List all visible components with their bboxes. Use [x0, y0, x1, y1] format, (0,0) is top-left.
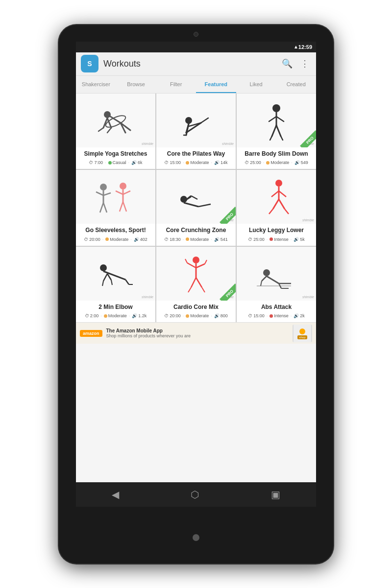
workout-meta-barre-body-slim-down: ⏱ 25:00 · Moderate · 🔊 549: [241, 160, 312, 165]
workout-image-core-pilates-way: shimble: [156, 94, 236, 147]
workout-intensity-abs-attack: Intense: [270, 313, 289, 318]
workout-card-core-crunching-zone[interactable]: shimble PRO Core Crunching Zone ⏱ 18:30 …: [156, 170, 236, 246]
svg-line-43: [191, 196, 197, 199]
svg-line-57: [111, 280, 112, 285]
workout-plays-abs-attack: 🔊 2k: [294, 313, 305, 318]
workout-image-go-sleeveless-sport: [76, 170, 155, 224]
workout-meta-2-min-elbow: ⏱ 2:00 · Moderate · 🔊 1.2k: [80, 313, 151, 318]
workout-meta-abs-attack: ⏱ 15:00 · Intense · 🔊 2k: [241, 313, 312, 318]
workout-duration-cardio-core-mix: ⏱ 20:00: [164, 313, 181, 318]
svg-line-25: [281, 136, 283, 140]
workout-meta-simple-yoga-stretches: ⏱ 7:00 · Casual · 🔊 6k: [80, 160, 151, 165]
amazon-logo: amazon: [80, 330, 102, 337]
svg-text:S: S: [87, 60, 92, 68]
workout-name-cardio-core-mix: Cardio Core Mix: [160, 304, 232, 311]
workout-intensity-lucky-leggy-lower: Intense: [270, 237, 289, 242]
tab-featured[interactable]: Featured: [196, 76, 236, 93]
workout-duration-go-sleeveless-sport: ⏱ 20:00: [84, 237, 100, 242]
home-button[interactable]: ⬡: [181, 485, 209, 504]
workout-intensity-go-sleeveless-sport: Moderate: [105, 237, 128, 242]
workout-image-barre-body-slim-down: shimble PRO: [237, 94, 316, 147]
svg-line-55: [102, 281, 103, 286]
svg-line-28: [96, 192, 103, 195]
workout-card-lucky-leggy-lower[interactable]: shimble Lucky Leggy Lower ⏱ 25:00 · Inte…: [237, 170, 316, 246]
workout-duration-2-min-elbow: ⏱ 2:00: [85, 313, 99, 318]
tablet-screen: ▲ 12:59 S Workouts 🔍 ⋮ Shakerciser: [76, 42, 316, 482]
workout-name-core-pilates-way: Core the Pilates Way: [160, 150, 232, 158]
svg-line-36: [120, 202, 123, 212]
workout-card-simple-yoga-stretches[interactable]: shimble Simple Yoga Stretches ⏱ 7:00 · C…: [76, 94, 155, 169]
workout-card-core-pilates-way[interactable]: shimble Core the Pilates Way ⏱ 15:00 · M…: [156, 94, 236, 169]
workout-image-core-crunching-zone: shimble PRO: [156, 170, 236, 224]
ad-image: shop: [293, 325, 312, 342]
workout-card-cardio-core-mix[interactable]: shimble PRO Cardio Core Mix ⏱ 20:00 · Mo…: [156, 247, 236, 323]
workout-duration-simple-yoga-stretches: ⏱ 7:00: [89, 160, 103, 165]
workout-intensity-cardio-core-mix: Moderate: [186, 313, 209, 318]
workout-meta-lucky-leggy-lower: ⏱ 25:00 · Intense · 🔊 5k: [241, 237, 312, 242]
workout-card-go-sleeveless-sport[interactable]: Go Sleeveless, Sport! ⏱ 20:00 · Moderate…: [76, 170, 155, 246]
svg-line-31: [103, 203, 107, 212]
workout-info-core-crunching-zone: Core Crunching Zone ⏱ 18:30 · Moderate ·…: [156, 224, 236, 246]
svg-line-34: [116, 191, 123, 194]
tab-browse[interactable]: Browse: [116, 76, 156, 93]
svg-point-44: [275, 180, 282, 187]
workout-image-cardio-core-mix: shimble PRO: [156, 247, 236, 301]
workout-plays-core-pilates-way: 🔊 14k: [214, 160, 228, 165]
workout-image-simple-yoga-stretches: shimble: [76, 94, 155, 147]
svg-line-20: [269, 117, 276, 121]
workout-info-abs-attack: Abs Attack ⏱ 15:00 · Intense · 🔊 2k: [237, 301, 316, 323]
workout-image-2-min-elbow: shimble: [76, 247, 155, 301]
tablet-bottom: [193, 507, 199, 564]
workout-plays-cardio-core-mix: 🔊 800: [214, 313, 228, 318]
recents-button[interactable]: ▣: [261, 485, 290, 504]
tab-shakerciser[interactable]: Shakerciser: [76, 76, 116, 93]
tablet-camera: [194, 32, 198, 37]
search-icon[interactable]: 🔍: [280, 56, 294, 71]
more-icon[interactable]: ⋮: [298, 56, 311, 71]
workout-intensity-core-pilates-way: Moderate: [186, 160, 209, 165]
workout-figure-abs-attack: [237, 247, 316, 301]
workout-intensity-core-crunching-zone: Moderate: [186, 237, 209, 242]
workout-plays-2-min-elbow: 🔊 1.2k: [132, 313, 147, 318]
workout-info-lucky-leggy-lower: Lucky Leggy Lower ⏱ 25:00 · Intense · 🔊 …: [237, 224, 316, 246]
svg-line-66: [191, 278, 196, 287]
svg-line-68: [188, 287, 191, 292]
app-bar-actions: 🔍 ⋮: [280, 56, 311, 71]
svg-point-79: [299, 329, 305, 334]
workout-figure-2-min-elbow: [76, 247, 155, 301]
workout-duration-abs-attack: ⏱ 15:00: [248, 313, 265, 318]
workout-name-barre-body-slim-down: Barre Body Slim Down: [241, 150, 312, 158]
ad-banner[interactable]: amazon The Amazon Mobile App Shop millio…: [76, 322, 316, 344]
svg-point-18: [272, 104, 280, 112]
tab-filter[interactable]: Filter: [156, 76, 196, 93]
svg-line-69: [202, 287, 205, 292]
ad-title: The Amazon Mobile App: [106, 328, 289, 333]
tab-liked[interactable]: Liked: [236, 76, 276, 93]
workout-card-2-min-elbow[interactable]: shimble 2 Min Elbow ⏱ 2:00 · Moderate · …: [76, 247, 155, 323]
workout-name-simple-yoga-stretches: Simple Yoga Stretches: [80, 150, 151, 158]
workout-meta-core-pilates-way: ⏱ 15:00 · Moderate · 🔊 14k: [160, 160, 232, 165]
svg-line-40: [198, 204, 211, 207]
workout-duration-lucky-leggy-lower: ⏱ 25:00: [248, 237, 265, 242]
workout-name-2-min-elbow: 2 Min Elbow: [80, 304, 151, 311]
workout-figure-go-sleeveless-sport: [76, 170, 155, 224]
svg-point-26: [100, 184, 107, 190]
svg-line-39: [184, 203, 198, 207]
workout-figure-lucky-leggy-lower: [237, 170, 316, 224]
workout-meta-core-crunching-zone: ⏱ 18:30 · Moderate · 🔊 541: [160, 237, 232, 242]
tab-created[interactable]: Created: [276, 76, 316, 93]
home-dot: [193, 534, 199, 541]
workout-figure-simple-yoga-stretches: [76, 94, 155, 147]
status-time: 12:59: [298, 44, 312, 50]
back-button[interactable]: ◀: [102, 485, 129, 504]
workout-card-barre-body-slim-down[interactable]: shimble PRO Barre Body Slim Down ⏱ 25:00…: [237, 94, 316, 169]
svg-line-29: [103, 193, 111, 195]
workout-duration-core-pilates-way: ⏱ 15:00: [164, 160, 181, 165]
svg-point-60: [193, 257, 199, 263]
workout-info-cardio-core-mix: Cardio Core Mix ⏱ 20:00 · Moderate · 🔊 8…: [156, 301, 236, 323]
workout-name-go-sleeveless-sport: Go Sleeveless, Sport!: [80, 227, 151, 235]
workout-card-abs-attack[interactable]: shimble Abs Attack ⏱ 15:00 · Intense · 🔊…: [237, 247, 316, 323]
svg-line-10: [107, 128, 111, 133]
svg-line-46: [271, 191, 279, 197]
svg-line-62: [187, 263, 196, 268]
